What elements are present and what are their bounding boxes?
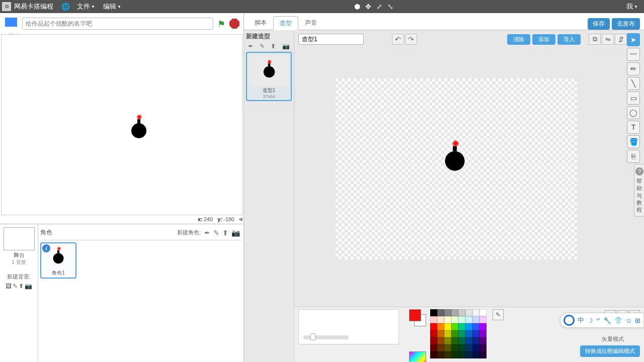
- ime-emoji-icon[interactable]: ☺: [625, 317, 632, 324]
- costume-upload-icon[interactable]: ⬆: [271, 43, 276, 50]
- eyedropper-icon[interactable]: ✎: [493, 309, 504, 320]
- crop-icon[interactable]: ⧉: [589, 34, 601, 45]
- redo-button[interactable]: ↷: [405, 34, 417, 45]
- tab-scripts[interactable]: 脚本: [248, 16, 273, 30]
- sprite-card[interactable]: i ✺ 角色1: [40, 242, 76, 279]
- tool-fill-icon[interactable]: 🪣: [627, 135, 640, 148]
- palette-color[interactable]: [472, 351, 479, 358]
- ime-grid-icon[interactable]: ⊞: [635, 317, 640, 324]
- expand-icon[interactable]: ⤢: [374, 1, 385, 12]
- tool-rect-icon[interactable]: ▭: [627, 92, 640, 105]
- palette-color[interactable]: [430, 344, 437, 351]
- palette-color[interactable]: [479, 316, 487, 323]
- palette-color[interactable]: [465, 330, 472, 337]
- tool-line-icon[interactable]: ╲: [627, 77, 640, 90]
- palette-color[interactable]: [430, 316, 437, 323]
- palette-color[interactable]: [430, 337, 437, 344]
- sprite-info-icon[interactable]: i: [42, 244, 50, 252]
- palette-color[interactable]: [479, 309, 487, 316]
- palette-color[interactable]: [444, 337, 451, 344]
- palette-color[interactable]: [451, 323, 458, 330]
- shrink-icon[interactable]: ⤡: [385, 1, 396, 12]
- stamp-icon[interactable]: ⬢: [352, 1, 363, 12]
- palette-color[interactable]: [451, 344, 458, 351]
- menu-file[interactable]: 文件▼: [77, 2, 95, 11]
- undo-button[interactable]: ↶: [392, 34, 404, 45]
- menu-me[interactable]: 我▼: [626, 2, 638, 11]
- save-button[interactable]: 保存: [588, 18, 610, 30]
- palette-color[interactable]: [465, 351, 472, 358]
- flip-v-icon[interactable]: ⇵: [615, 34, 627, 45]
- convert-mode-button[interactable]: 转换成位图编辑模式: [580, 345, 640, 357]
- stage-canvas[interactable]: ✺: [1, 34, 243, 215]
- sprite-upload-icon[interactable]: ⬆: [222, 229, 228, 237]
- stage-thumbnail[interactable]: [4, 227, 35, 250]
- backdrop-upload-icon[interactable]: ⬆: [19, 283, 24, 290]
- palette-color[interactable]: [444, 309, 451, 316]
- tab-costumes[interactable]: 造型: [273, 16, 298, 30]
- sprite-paint-icon[interactable]: ✎: [213, 229, 219, 237]
- ime-punct-icon[interactable]: °': [596, 317, 600, 324]
- import-button[interactable]: 导入: [557, 34, 581, 45]
- brush-size-slider[interactable]: [303, 335, 349, 339]
- tool-text-icon[interactable]: T: [627, 121, 640, 134]
- palette-color[interactable]: [472, 344, 479, 351]
- ime-skin-icon[interactable]: 👕: [614, 317, 622, 324]
- palette-color[interactable]: [458, 337, 465, 344]
- palette-color[interactable]: [444, 344, 451, 351]
- palette-color[interactable]: [465, 344, 472, 351]
- palette-color[interactable]: [458, 316, 465, 323]
- palette-color[interactable]: [472, 337, 479, 344]
- color-gradient-picker[interactable]: [409, 351, 426, 362]
- backdrop-paint-icon[interactable]: ✎: [13, 283, 18, 290]
- palette-color[interactable]: [479, 330, 487, 337]
- color-swatch-primary[interactable]: [409, 309, 426, 326]
- palette-color[interactable]: [451, 309, 458, 316]
- palette-color[interactable]: [472, 316, 479, 323]
- help-tab[interactable]: ? 帮助与教程: [634, 164, 644, 217]
- tool-pencil-icon[interactable]: ✏: [627, 62, 640, 75]
- palette-color[interactable]: [444, 323, 451, 330]
- palette-color[interactable]: [430, 323, 437, 330]
- palette-color[interactable]: [444, 316, 451, 323]
- ime-settings-icon[interactable]: 🔧: [603, 317, 611, 324]
- palette-color[interactable]: [465, 323, 472, 330]
- palette-color[interactable]: [472, 323, 479, 330]
- sprite-camera-icon[interactable]: 📷: [231, 229, 240, 237]
- palette-color[interactable]: [479, 344, 487, 351]
- ime-toolbar[interactable]: 中 ☽ °' 🔧 👕 ☺ ⊞: [560, 313, 644, 328]
- green-flag-icon[interactable]: ⚑: [217, 19, 227, 29]
- palette-color[interactable]: [437, 337, 444, 344]
- tool-reshape-icon[interactable]: 〰: [627, 48, 640, 61]
- palette-color[interactable]: [458, 330, 465, 337]
- stage-sprite-bomb[interactable]: ✺: [131, 119, 146, 138]
- clear-button[interactable]: 清除: [507, 34, 530, 45]
- costume-camera-icon[interactable]: 📷: [282, 43, 290, 50]
- palette-color[interactable]: [430, 351, 437, 358]
- palette-color[interactable]: [451, 337, 458, 344]
- palette-color[interactable]: [437, 344, 444, 351]
- grow-icon[interactable]: ✥: [363, 1, 374, 12]
- palette-color[interactable]: [437, 330, 444, 337]
- flip-h-icon[interactable]: ⇋: [602, 34, 614, 45]
- tool-select-icon[interactable]: ➤: [627, 33, 640, 46]
- backdrop-library-icon[interactable]: 🖼: [6, 283, 12, 290]
- palette-color[interactable]: [451, 316, 458, 323]
- palette-color[interactable]: [465, 316, 472, 323]
- costume-library-icon[interactable]: ✒: [248, 43, 253, 50]
- publish-button[interactable]: 去发布: [612, 18, 640, 30]
- canvas-sprite-bomb[interactable]: ✺: [445, 146, 465, 170]
- backdrop-camera-icon[interactable]: 📷: [25, 283, 32, 290]
- ime-moon-icon[interactable]: ☽: [587, 317, 593, 324]
- palette-color[interactable]: [458, 323, 465, 330]
- palette-color[interactable]: [430, 309, 437, 316]
- palette-color[interactable]: [472, 330, 479, 337]
- palette-color[interactable]: [472, 309, 479, 316]
- palette-color[interactable]: [451, 351, 458, 358]
- costume-card[interactable]: 1 ✺ 造型1 37x64: [246, 52, 292, 101]
- tab-sounds[interactable]: 声音: [298, 16, 324, 30]
- sprite-library-icon[interactable]: ✒: [204, 229, 210, 237]
- palette-color[interactable]: [458, 351, 465, 358]
- palette-color[interactable]: [479, 351, 487, 358]
- palette-color[interactable]: [437, 323, 444, 330]
